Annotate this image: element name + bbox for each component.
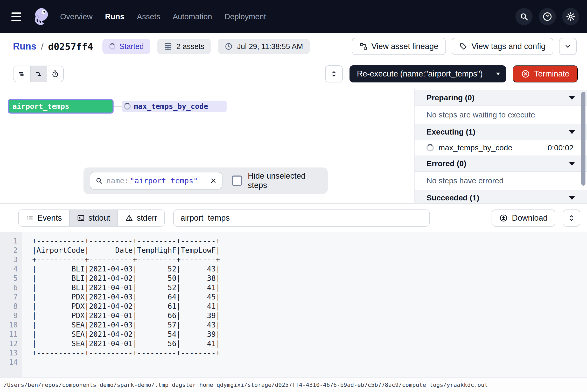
view-asset-lineage-button[interactable]: View asset lineage: [352, 38, 446, 55]
assets-count-badge[interactable]: 2 assets: [157, 39, 211, 54]
log-line-number: 5: [0, 274, 22, 283]
hide-unselected-steps-checkbox[interactable]: [232, 176, 242, 186]
search-button[interactable]: [515, 8, 533, 25]
log-line: | BLI|2021-04-01| 52| 41|: [32, 283, 220, 292]
settings-button[interactable]: [562, 8, 579, 25]
view-mode-waterfall-button[interactable]: [30, 66, 47, 82]
log-tabs: Events stdout stderr: [18, 209, 165, 227]
stdout-log-view: 1234567891011121314 +-----------+-------…: [0, 232, 587, 377]
clear-filter-button[interactable]: [210, 177, 217, 184]
circle-x-icon: [521, 69, 530, 78]
download-icon: [499, 214, 508, 222]
reexecute-button[interactable]: Re-execute (name:"airport_temps"): [350, 69, 490, 79]
nav-item-runs[interactable]: Runs: [105, 12, 124, 21]
clock-icon: [225, 42, 233, 51]
spinner-icon: [124, 103, 131, 110]
terminate-label: Terminate: [534, 69, 569, 79]
run-steps-side-panel: Preparing (0) No steps are waiting to ex…: [414, 88, 587, 203]
nav-item-deployment[interactable]: Deployment: [225, 12, 266, 21]
log-step-filter-input[interactable]: [173, 209, 430, 227]
tab-events[interactable]: Events: [19, 210, 69, 226]
caret-down-icon: [496, 73, 500, 75]
log-line: | BLI|2021-04-03| 52| 43|: [32, 264, 220, 274]
section-title: Succeeded (1): [427, 193, 479, 202]
gantt-step-max-temps-by-code[interactable]: max_temps_by_code: [122, 101, 227, 112]
log-line-number: 13: [0, 348, 22, 358]
gantt-waterfall-icon: [34, 70, 43, 78]
step-filter-panel: name: "airport_temps" Hide unselected st…: [83, 167, 328, 194]
view-mode-timer-button[interactable]: [47, 66, 63, 82]
log-line-number: 11: [0, 330, 22, 339]
stopwatch-icon: [51, 70, 59, 78]
breadcrumb-run-id: d0257ff4: [48, 41, 93, 52]
log-toolbar-actions: Download: [492, 209, 580, 227]
tab-label: Events: [37, 213, 62, 223]
executing-step-row[interactable]: max_temps_by_code 0:00:02: [415, 140, 587, 156]
run-more-actions-button[interactable]: [559, 38, 577, 55]
download-label: Download: [512, 213, 548, 223]
log-line-number: 12: [0, 339, 22, 348]
log-content: +-----------+----------+---------+------…: [22, 232, 220, 377]
run-header: Runs / d0257ff4 Started 2 assets Jul 29,…: [0, 33, 587, 60]
tag-icon: [459, 43, 467, 50]
gantt-step-airport-temps[interactable]: airport_temps: [8, 99, 114, 114]
log-line-number: 4: [0, 264, 22, 274]
gear-icon: [566, 12, 576, 22]
dagster-logo[interactable]: [31, 6, 51, 27]
nav-item-automation[interactable]: Automation: [173, 12, 212, 21]
step-filter-input[interactable]: name: "airport_temps": [90, 172, 222, 190]
log-line-number: 7: [0, 292, 22, 302]
view-mode-flat-button[interactable]: [13, 66, 30, 82]
sort-chevrons-icon: [330, 70, 338, 78]
executing-elapsed-time: 0:00:02: [548, 143, 574, 152]
log-line-number: 14: [0, 358, 22, 367]
download-button[interactable]: Download: [492, 209, 555, 227]
tab-stdout[interactable]: stdout: [69, 210, 117, 226]
log-line-number: 2: [0, 246, 22, 255]
zoom-level-button[interactable]: [325, 65, 343, 82]
section-header-executing[interactable]: Executing (1): [415, 124, 587, 140]
list-icon: [26, 214, 34, 222]
spinner-icon: [427, 144, 434, 151]
help-button[interactable]: ?: [539, 8, 556, 25]
log-line-number: 1: [0, 236, 22, 246]
triangle-down-icon: [569, 130, 575, 134]
hamburger-menu-icon[interactable]: [11, 11, 23, 22]
tab-stderr[interactable]: stderr: [117, 210, 164, 226]
nav-item-assets[interactable]: Assets: [137, 12, 160, 21]
log-line: +-----------+----------+---------+------…: [32, 348, 220, 358]
main-nav: Overview Runs Assets Automation Deployme…: [60, 12, 266, 21]
run-gantt-section: airport_temps max_temps_by_code name: "a…: [0, 88, 587, 204]
gantt-toolbar-actions: Re-execute (name:"airport_temps") Termin…: [325, 65, 578, 82]
section-header-preparing[interactable]: Preparing (0): [415, 90, 587, 106]
spinner-icon: [109, 43, 115, 50]
nav-item-overview[interactable]: Overview: [60, 12, 93, 21]
reexecute-dropdown-button[interactable]: [490, 65, 506, 82]
triangle-down-icon: [569, 196, 575, 200]
section-header-succeeded[interactable]: Succeeded (1): [415, 190, 587, 203]
log-line-number: 3: [0, 255, 22, 264]
triangle-down-icon: [569, 96, 575, 100]
view-tags-config-label: View tags and config: [471, 42, 546, 51]
terminate-button[interactable]: Terminate: [513, 65, 578, 82]
log-line: | PDX|2021-04-01| 66| 39|: [32, 311, 220, 320]
breadcrumb-runs-link[interactable]: Runs: [13, 41, 36, 52]
log-toolbar: Events stdout stderr Download: [0, 204, 587, 232]
gantt-connector-line: [114, 106, 122, 107]
log-file-path-bar: /Users/ben/repos/components_demo/spark-d…: [0, 377, 587, 392]
run-header-actions: View asset lineage View tags and config: [352, 38, 577, 55]
tab-label: stdout: [88, 213, 110, 223]
log-line: | BLI|2021-04-02| 50| 38|: [32, 274, 220, 283]
log-line-number: 9: [0, 311, 22, 320]
log-line-number-gutter: 1234567891011121314: [0, 232, 22, 377]
section-header-errored[interactable]: Errored (0): [415, 156, 587, 172]
section-title: Errored (0): [427, 159, 466, 168]
expand-log-button[interactable]: [563, 209, 580, 227]
side-panel-scrollbar[interactable]: [581, 92, 585, 186]
view-tags-config-button[interactable]: View tags and config: [452, 38, 553, 55]
log-line: | SEA|2021-04-02| 54| 39|: [32, 330, 220, 339]
breadcrumb-separator: /: [41, 41, 43, 52]
filter-prefix: name:: [106, 176, 129, 185]
log-line: | PDX|2021-04-02| 61| 41|: [32, 302, 220, 311]
lineage-icon: [360, 43, 367, 50]
